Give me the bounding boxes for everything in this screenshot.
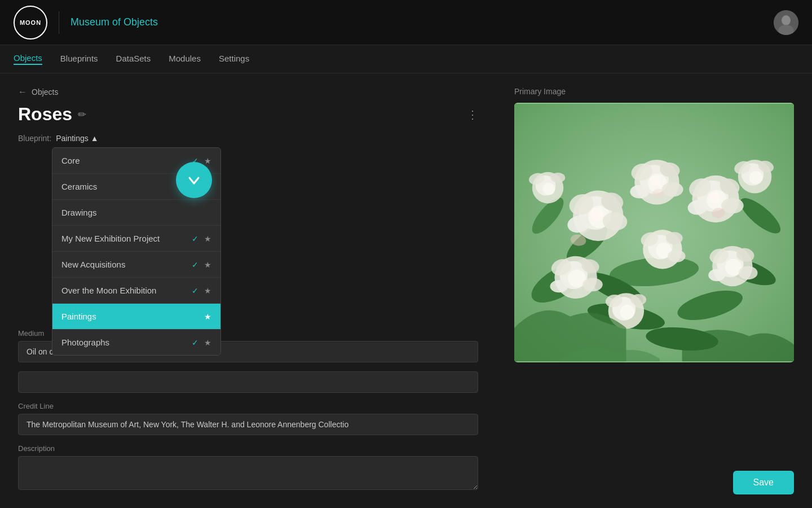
page-title: Roses bbox=[18, 104, 72, 125]
left-panel: ← Objects Roses ✏ ⋮ Blueprint: Paintings… bbox=[0, 73, 496, 508]
check-icon: ✓ bbox=[192, 286, 198, 295]
blueprint-label: Blueprint: bbox=[18, 134, 51, 143]
svg-point-73 bbox=[630, 294, 646, 305]
svg-point-34 bbox=[650, 176, 660, 186]
extra-row bbox=[18, 371, 478, 393]
dropdown-item-label: Ceramics bbox=[61, 182, 97, 191]
tab-modules[interactable]: Modules bbox=[169, 54, 201, 64]
star-icon: ★ bbox=[204, 234, 211, 243]
primary-image-label: Primary Image bbox=[514, 87, 794, 96]
svg-point-61 bbox=[749, 171, 763, 185]
dropdown-item-label: Photographs bbox=[61, 338, 109, 347]
dropdown-item-label: My New Exhibition Project bbox=[61, 234, 160, 243]
dropdown-item-drawings[interactable]: Drawings bbox=[52, 200, 220, 226]
dropdown-item-label: Core bbox=[61, 156, 80, 165]
main-content: ← Objects Roses ✏ ⋮ Blueprint: Paintings… bbox=[0, 73, 812, 508]
dropdown-item-over-moon[interactable]: Over the Moon Exhibition ✓ ★ bbox=[52, 278, 220, 304]
check-icon: ✓ bbox=[192, 260, 198, 269]
more-options-icon[interactable]: ⋮ bbox=[467, 108, 478, 121]
dropdown-item-photographs[interactable]: Photographs ✓ ★ bbox=[52, 330, 220, 355]
star-icon: ★ bbox=[204, 338, 211, 347]
app-title: Museum of Objects bbox=[70, 16, 774, 28]
credit-group: Credit Line bbox=[18, 402, 478, 435]
painting-svg bbox=[514, 103, 794, 362]
star-icon: ★ bbox=[204, 312, 211, 321]
dropdown-item-icons: ✓ ★ bbox=[192, 286, 211, 295]
description-label: Description bbox=[18, 444, 478, 453]
tab-datasets[interactable]: DataSets bbox=[116, 54, 151, 64]
svg-point-1 bbox=[782, 15, 791, 25]
back-arrow-icon[interactable]: ← bbox=[18, 87, 27, 97]
topbar-divider bbox=[59, 11, 59, 34]
dropdown-item-new-acquisitions[interactable]: New Acquisitions ✓ ★ bbox=[52, 252, 220, 278]
svg-point-45 bbox=[550, 280, 568, 292]
edit-icon[interactable]: ✏ bbox=[78, 108, 86, 121]
extra-input[interactable] bbox=[18, 371, 478, 393]
blueprint-dropdown-trigger[interactable]: Paintings ▲ bbox=[56, 134, 98, 143]
tab-settings[interactable]: Settings bbox=[219, 54, 249, 64]
star-icon: ★ bbox=[204, 286, 211, 295]
confirm-selection-button[interactable] bbox=[176, 162, 212, 198]
dropdown-item-label: Paintings bbox=[61, 312, 96, 321]
svg-point-44 bbox=[582, 278, 603, 291]
dropdown-item-icons: ✓ ★ bbox=[192, 234, 211, 243]
dropdown-item-icons: ★ bbox=[204, 312, 211, 321]
check-icon: ✓ bbox=[192, 338, 198, 347]
chevron-up-icon: ▲ bbox=[91, 134, 99, 143]
dropdown-item-label: Over the Moon Exhibition bbox=[61, 286, 156, 295]
description-input[interactable] bbox=[18, 456, 478, 490]
primary-image-box[interactable] bbox=[514, 103, 794, 362]
nav-tabs: Objects Blueprints DataSets Modules Sett… bbox=[0, 45, 812, 73]
svg-point-26 bbox=[709, 192, 720, 204]
save-button[interactable]: Save bbox=[733, 471, 794, 494]
svg-point-37 bbox=[662, 182, 683, 197]
right-panel: Primary Image bbox=[496, 73, 812, 508]
breadcrumb-objects-link[interactable]: Objects bbox=[32, 87, 58, 97]
credit-input[interactable] bbox=[18, 414, 478, 435]
page-title-row: Roses ✏ ⋮ bbox=[18, 104, 478, 125]
topbar: MOON Museum of Objects bbox=[0, 0, 812, 45]
page-title-left: Roses ✏ bbox=[18, 104, 86, 125]
svg-point-57 bbox=[666, 232, 683, 244]
svg-point-68 bbox=[550, 173, 565, 183]
tab-blueprints[interactable]: Blueprints bbox=[60, 54, 98, 64]
dropdown-item-icons: ✓ ★ bbox=[192, 338, 211, 347]
svg-point-38 bbox=[630, 185, 649, 199]
star-icon: ★ bbox=[204, 156, 211, 165]
svg-point-18 bbox=[590, 208, 604, 221]
svg-point-51 bbox=[739, 266, 758, 280]
star-icon: ★ bbox=[204, 260, 211, 269]
svg-point-58 bbox=[668, 250, 686, 262]
tab-objects[interactable]: Objects bbox=[14, 53, 42, 65]
svg-point-52 bbox=[708, 269, 725, 281]
extra-group bbox=[18, 371, 478, 393]
dropdown-item-label: New Acquisitions bbox=[61, 260, 125, 269]
credit-label: Credit Line bbox=[18, 402, 478, 410]
check-icon: ✓ bbox=[192, 234, 198, 243]
dropdown-item-icons: ✓ ★ bbox=[192, 260, 211, 269]
svg-point-71 bbox=[620, 305, 634, 319]
dropdown-item-my-new-exhibition[interactable]: My New Exhibition Project ✓ ★ bbox=[52, 226, 220, 252]
description-group: Description bbox=[18, 444, 478, 492]
blueprint-row: Blueprint: Paintings ▲ Core ✓ ★ Ceramics bbox=[18, 134, 478, 143]
breadcrumb: ← Objects bbox=[18, 87, 478, 97]
dropdown-item-paintings[interactable]: Paintings ★ bbox=[52, 304, 220, 330]
logo[interactable]: MOON bbox=[14, 6, 47, 40]
dropdown-item-label: Drawings bbox=[61, 208, 97, 217]
svg-point-76 bbox=[652, 189, 665, 198]
avatar[interactable] bbox=[774, 10, 798, 35]
blueprint-value-text: Paintings bbox=[56, 134, 89, 143]
svg-point-66 bbox=[543, 183, 555, 195]
save-button-container: Save bbox=[733, 471, 794, 494]
